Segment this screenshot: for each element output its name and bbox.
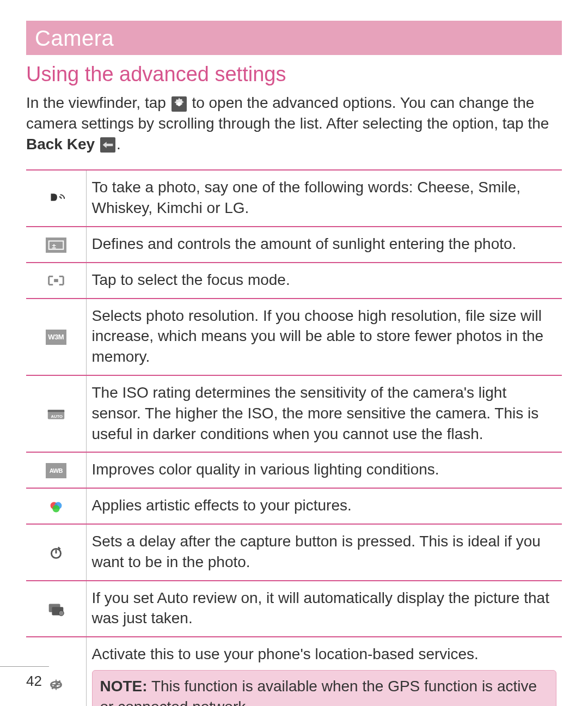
page-number: 42 — [26, 673, 42, 690]
svg-text:±: ± — [52, 241, 56, 249]
intro-text-1: In the viewfinder, tap — [26, 94, 170, 111]
table-row: AWB Improves color quality in various li… — [26, 452, 562, 488]
intro-text-3: . — [117, 136, 121, 153]
svg-point-9 — [52, 505, 59, 512]
iso-icon: AUTO — [46, 406, 66, 422]
svg-rect-3 — [54, 279, 58, 283]
table-row: W3M Selects photo resolution. If you cho… — [26, 299, 562, 375]
table-row: To take a photo, say one of the followin… — [26, 170, 562, 227]
back-key-label: Back Key — [26, 136, 95, 153]
footer-rule — [0, 666, 49, 667]
note-label: NOTE: — [100, 678, 148, 695]
setting-description: Improves color quality in various lighti… — [86, 452, 562, 488]
setting-description: Sets a delay after the capture button is… — [86, 524, 562, 581]
auto-review-icon — [46, 601, 66, 617]
note-box: NOTE: This function is available when th… — [92, 670, 557, 706]
table-row: If you set Auto review on, it will autom… — [26, 581, 562, 637]
page-title-bar: Camera — [26, 21, 562, 55]
gear-icon — [171, 96, 187, 112]
setting-description: If you set Auto review on, it will autom… — [86, 581, 562, 637]
settings-table: To take a photo, say one of the followin… — [26, 169, 562, 706]
section-subtitle: Using the advanced settings — [26, 63, 562, 86]
color-effect-icon — [46, 499, 66, 514]
note-text: This function is available when the GPS … — [100, 678, 537, 706]
table-row: Sets a delay after the capture button is… — [26, 524, 562, 581]
geotag-icon — [46, 677, 66, 692]
page-title: Camera — [35, 26, 114, 50]
setting-description: Selects photo resolution. If you choose … — [86, 299, 562, 375]
focus-mode-icon — [46, 273, 66, 288]
setting-description: Defines and controls the amount of sunli… — [86, 227, 562, 263]
table-row: Applies artistic effects to your picture… — [26, 488, 562, 524]
svg-rect-1 — [48, 241, 63, 249]
brightness-icon: ± — [46, 238, 66, 253]
svg-text:AUTO: AUTO — [51, 414, 62, 419]
voice-shutter-icon — [46, 191, 66, 206]
svg-point-13 — [59, 611, 64, 616]
resolution-icon: W3M — [46, 330, 66, 345]
setting-description: Activate this to use your phone's locati… — [92, 644, 557, 665]
svg-rect-5 — [48, 410, 64, 412]
back-key-icon — [100, 137, 115, 153]
setting-description: Tap to select the focus mode. — [86, 263, 562, 299]
setting-description: The ISO rating determines the sensitivit… — [86, 375, 562, 452]
white-balance-icon: AWB — [46, 463, 66, 478]
table-row: AUTO The ISO rating determines the sensi… — [26, 375, 562, 452]
table-row: ± Defines and controls the amount of sun… — [26, 227, 562, 263]
table-row: Tap to select the focus mode. — [26, 263, 562, 299]
timer-icon — [46, 545, 66, 560]
table-row: Activate this to use your phone's locati… — [26, 637, 562, 706]
setting-description: To take a photo, say one of the followin… — [86, 170, 562, 227]
intro-paragraph: In the viewfinder, tap to open the advan… — [26, 93, 562, 154]
setting-description: Applies artistic effects to your picture… — [86, 488, 562, 524]
